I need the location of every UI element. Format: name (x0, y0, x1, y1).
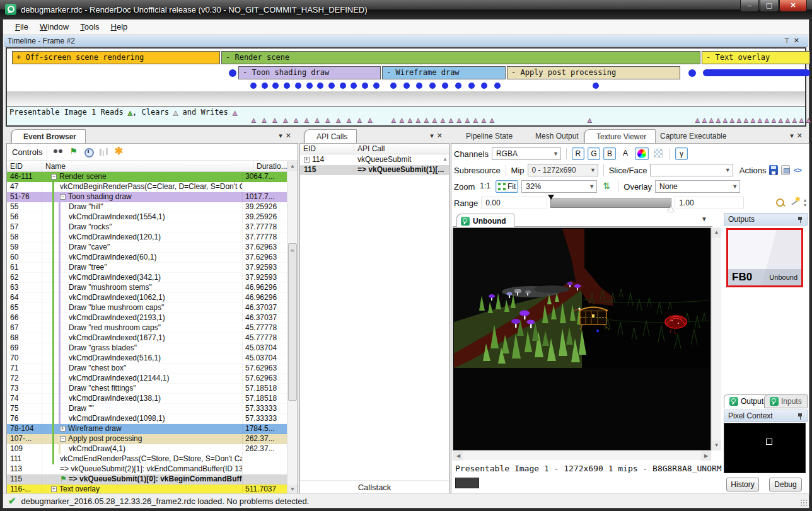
timeline-event-dot[interactable] (593, 83, 599, 89)
tab-api-calls[interactable]: API Calls (304, 129, 357, 144)
resize-grip[interactable] (800, 499, 808, 507)
event-row-56[interactable]: 56vkCmdDrawIndexed(1554,1)39.25926 (7, 212, 287, 222)
event-row-72[interactable]: 72vkCmdDrawIndexed(12144,1)57.62963 (7, 374, 287, 384)
usage-triangle-icon[interactable]: ▲ (465, 116, 470, 124)
minimize-button[interactable]: – (740, 0, 759, 12)
range-black-handle[interactable] (548, 195, 554, 203)
usage-triangle-icon[interactable]: ▲ (758, 116, 762, 124)
close-icon[interactable]: ✕ (437, 132, 446, 139)
usage-triangle-icon[interactable]: ▲ (765, 116, 769, 124)
usage-triangle-icon[interactable]: ▲ (730, 116, 734, 124)
gamma-button[interactable]: γ (675, 147, 688, 160)
tab-texture-viewer[interactable]: Texture Viewer (584, 129, 656, 144)
timeline-event-dot[interactable] (468, 83, 475, 89)
usage-triangle-icon[interactable]: ▲ (449, 116, 453, 124)
autofit-wand-icon[interactable] (789, 197, 801, 209)
timeline-dock-header[interactable]: Timeline - Frame #2 ⊤✕ (4, 35, 808, 47)
usage-triangle-icon[interactable]: ▲ (806, 116, 811, 124)
checker-background-button[interactable] (652, 147, 664, 160)
collapse-icon[interactable]: − (60, 436, 66, 442)
timeline-event-dot[interactable] (272, 83, 279, 89)
scroll-up-icon[interactable]: ▲ (443, 156, 448, 162)
overlay-select[interactable]: None▼ (655, 180, 740, 193)
usage-triangle-icon[interactable]: ▲ (473, 116, 478, 124)
usage-triangle-icon[interactable]: ▲ (304, 116, 309, 124)
menu-help[interactable]: Help (105, 21, 134, 33)
timeline-event-dot[interactable] (284, 83, 290, 89)
timeline-event-strip[interactable] (703, 69, 810, 76)
timeline-event-dot[interactable] (481, 83, 487, 89)
green-channel-button[interactable]: G (588, 147, 600, 160)
usage-triangle-icon[interactable]: ▲ (408, 116, 412, 124)
api-call-row-115[interactable]: 115=> vkQueueSubmit(1)[... (300, 165, 449, 175)
usage-triangle-icon[interactable]: ▲ (786, 116, 790, 124)
event-row-57[interactable]: 57Draw "rocks"37.77778 (7, 222, 287, 233)
slice-face-select[interactable]: ▼ (650, 164, 733, 176)
usage-triangle-icon[interactable]: ▲ (772, 116, 776, 124)
history-button[interactable]: History (726, 478, 759, 491)
tab-unbound-texture[interactable]: Unbound (456, 214, 514, 227)
blue-channel-button[interactable]: B (603, 147, 616, 160)
zoom-1-1-button[interactable]: 1:1 (478, 180, 492, 193)
api-call-row-114[interactable]: +114vkQueueSubmit (300, 155, 449, 165)
pixel-context-view[interactable] (724, 423, 806, 473)
usage-triangle-icon[interactable]: ▲ (702, 116, 707, 124)
scroll-left-icon[interactable]: ◀ (453, 451, 463, 461)
event-table-header[interactable]: EID Name Duratio... (7, 161, 298, 172)
event-row-113[interactable]: 113=> vkQueueSubmit(2)[1]: vkEndCommandB… (7, 464, 287, 474)
usage-triangle-icon[interactable]: ▲ (457, 116, 461, 124)
close-icon[interactable]: ✕ (286, 132, 294, 139)
event-row-115[interactable]: 115⚑=> vkQueueSubmit(1)[0]: vkBeginComma… (7, 474, 287, 485)
timeline-event-dot[interactable] (351, 83, 357, 89)
maximize-button[interactable]: ▢ (760, 0, 779, 12)
timeline-event-dot[interactable] (688, 69, 696, 77)
callstack-section-label[interactable]: Callstack (300, 480, 449, 493)
statistics-icon[interactable] (97, 146, 110, 158)
fit-button[interactable]: Fit (496, 180, 518, 193)
menu-file[interactable]: File (9, 21, 34, 33)
title-bar[interactable]: debugmarker.rdc - RenderDoc Unofficial r… (0, 0, 812, 19)
event-row-67[interactable]: 67Draw "red mushroom caps"45.77778 (7, 323, 287, 333)
event-row-66[interactable]: 66vkCmdDrawIndexed(2193,1)46.37037 (7, 313, 287, 323)
usage-triangle-icon[interactable]: ▲ (695, 116, 700, 124)
timeline-canvas[interactable]: + Off-screen scene rendering- Render sce… (6, 47, 806, 127)
usage-triangle-icon[interactable]: ▲ (283, 116, 287, 124)
timeline-marker-bar[interactable]: - Text overlay (702, 51, 810, 64)
color-wheel-button[interactable] (635, 147, 649, 160)
usage-triangle-icon[interactable]: ▲ (751, 116, 755, 124)
event-row-58[interactable]: 58vkCmdDrawIndexed(120,1)37.77778 (7, 233, 287, 243)
debug-button[interactable]: Debug (769, 478, 802, 491)
time-durations-icon[interactable] (82, 146, 95, 158)
collapse-icon[interactable]: − (51, 174, 57, 180)
settings-asterisk-icon[interactable]: ✱ (112, 146, 125, 158)
event-row-59[interactable]: 59Draw "cave"37.62963 (7, 243, 287, 253)
event-row-71[interactable]: 71Draw "chest box"57.62963 (7, 364, 287, 374)
usage-triangle-icon[interactable]: ▲ (368, 116, 373, 124)
timeline-event-dot[interactable] (295, 83, 301, 89)
scroll-up-icon[interactable]: ▲ (712, 227, 721, 238)
event-row-65[interactable]: 65Draw "blue mushroom caps"46.37037 (7, 303, 287, 313)
texture-vertical-scrollbar[interactable]: ▲ ▼ (711, 227, 721, 451)
menu-window[interactable]: Window (34, 21, 74, 33)
usage-triangle-icon[interactable]: ▲ (482, 116, 486, 124)
usage-triangle-icon[interactable]: ▲ (779, 116, 783, 124)
event-row-111[interactable]: 111vkCmdEndRenderPass(C=Store, D=Store, … (7, 454, 287, 464)
alpha-channel-button[interactable]: A (619, 147, 632, 160)
usage-triangle-icon[interactable]: ▲ (799, 116, 804, 124)
range-min-field[interactable]: 0.00 (481, 197, 547, 209)
export-icon[interactable] (781, 165, 790, 175)
usage-triangle-icon[interactable]: ▲ (273, 116, 277, 124)
usage-triangle-icon[interactable]: ▲ (432, 116, 437, 124)
event-row-61[interactable]: 61Draw "tree"37.92593 (7, 263, 287, 273)
usage-triangle-icon[interactable]: ▲ (416, 116, 420, 124)
api-table-header[interactable]: EID API Call (300, 144, 449, 154)
range-max-field[interactable]: 1.00 (675, 197, 744, 209)
fb0-thumbnail[interactable]: FB0 Unbound (726, 228, 803, 287)
timeline-event-dot[interactable] (250, 83, 257, 89)
pin-icon[interactable] (798, 413, 803, 420)
usage-triangle-icon[interactable]: ▲ (441, 116, 445, 124)
texture-horizontal-scrollbar[interactable]: ◀ ▶ (453, 451, 711, 460)
scrollbar-thumb[interactable] (288, 243, 297, 401)
scroll-right-icon[interactable]: ▶ (701, 451, 711, 461)
column-eid[interactable]: EID (7, 161, 42, 171)
